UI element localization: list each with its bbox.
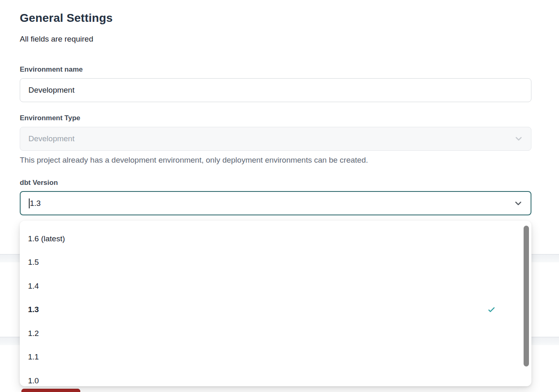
option-label: 1.2 (28, 329, 39, 338)
option-label: 1.4 (28, 282, 39, 291)
option-label: 1.3 (28, 305, 39, 314)
option-label: 1.5 (28, 258, 39, 267)
text-cursor (29, 198, 30, 208)
option-label: 1.1 (28, 352, 39, 362)
environment-type-value: Development (28, 134, 75, 143)
general-settings-page: General Settings All fields are required… (0, 0, 559, 392)
dropdown-option[interactable]: 1.6 (latest) (20, 227, 531, 251)
environment-name-value: Development (28, 86, 75, 95)
check-icon (487, 305, 496, 314)
dropdown-option[interactable]: 1.4 (20, 274, 531, 298)
option-label: 1.0 (28, 376, 39, 385)
dbt-version-value: 1.3 (30, 199, 41, 208)
environment-type-select: Development (20, 127, 531, 151)
page-title: General Settings (20, 12, 113, 25)
dropdown-option[interactable]: 1.2 (20, 322, 531, 345)
dbt-version-label: dbt Version (20, 179, 58, 187)
environment-name-label: Environment name (20, 65, 83, 74)
dbt-version-dropdown-menu: 1.6 (latest) 1.5 1.4 1.3 1.2 1.1 1.0 (20, 221, 531, 386)
chevron-down-icon (514, 134, 524, 144)
dropdown-option[interactable]: 1.1 (20, 345, 531, 369)
dropdown-option[interactable]: 1.0 (20, 369, 531, 386)
delete-button[interactable] (21, 389, 80, 392)
option-label: 1.6 (latest) (28, 234, 65, 243)
environment-type-helper-text: This project already has a development e… (20, 156, 368, 165)
environment-name-input[interactable]: Development (20, 78, 531, 102)
dbt-version-select[interactable]: 1.3 (20, 191, 531, 215)
dropdown-option[interactable]: 1.5 (20, 251, 531, 275)
dropdown-scrollbar[interactable] (524, 226, 529, 366)
environment-type-label: Environment Type (20, 114, 80, 122)
dropdown-option-selected[interactable]: 1.3 (20, 298, 531, 322)
page-subtitle: All fields are required (20, 35, 93, 44)
chevron-down-icon (513, 198, 523, 208)
